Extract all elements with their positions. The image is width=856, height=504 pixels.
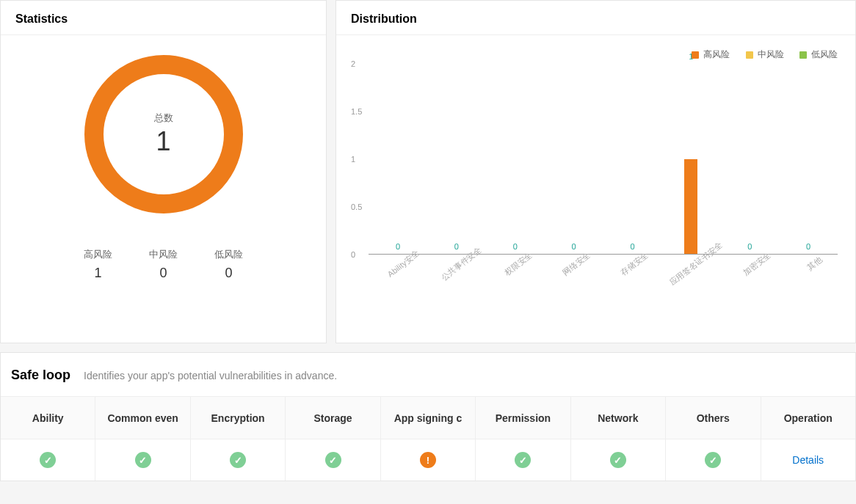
check-icon: ✓ [230,452,246,468]
safe-col-status: ✓ [95,439,189,481]
safe-col: Common even✓ [95,397,190,481]
safe-col-header: Common even [95,397,189,439]
safe-col-status: ✓ [191,439,285,481]
safe-col-operation: OperationDetails [761,397,855,481]
legend-swatch-low-icon [799,51,807,59]
safe-col-header: App signing c [381,397,475,439]
legend-low: 低风险 [799,48,838,61]
risk-mid-value: 0 [149,266,178,281]
risk-high-value: 1 [84,266,112,281]
safe-col-status: ✓ [1,439,95,481]
operation-header: Operation [761,397,855,439]
legend-mid: 中风险 [746,48,784,61]
bar-value-label: 0 [454,242,459,251]
bar-value-label: 0 [572,242,576,251]
bar-value-label: 0 [513,242,518,251]
bar-col-1: 0 [427,64,486,254]
safe-col: Others✓ [666,397,761,481]
bar-col-0: 0 [369,64,427,254]
warning-icon: ! [420,452,436,468]
bar [684,159,697,255]
safe-col: Ability✓ [1,397,95,481]
safe-col: Permission✓ [476,397,570,481]
legend-high: 高风险 [692,48,730,61]
safe-col-header: Network [571,397,665,439]
total-label: 总数 [154,112,173,125]
statistics-donut-chart: 总数 1 [79,50,248,219]
bar-value-label: 0 [747,242,752,251]
bar-value-label: 1 [689,52,693,61]
check-icon: ✓ [515,452,531,468]
check-icon: ✓ [40,452,56,468]
y-tick-1: 1 [351,155,355,164]
y-tick-1-5: 1.5 [351,107,362,116]
legend-high-label: 高风险 [703,48,730,61]
y-tick-0: 0 [351,250,355,259]
risk-breakdown: 高风险 1 中风险 0 低风险 0 [84,248,243,281]
y-tick-0-5: 0.5 [351,202,362,211]
safe-col-status: ✓ [286,439,380,481]
bar-col-4: 0 [603,64,662,254]
details-link[interactable]: Details [792,454,824,466]
bar-value-label: 0 [630,242,634,251]
safe-col-status: ! [381,439,475,481]
check-icon: ✓ [135,452,151,468]
legend-mid-label: 中风险 [758,48,784,61]
safe-col-status: ✓ [476,439,570,481]
risk-high-label: 高风险 [84,248,112,261]
safe-col: Encryption✓ [191,397,286,481]
safe-col-header: Ability [1,397,95,439]
safe-col: App signing c! [381,397,476,481]
risk-mid-label: 中风险 [149,248,178,261]
safe-col-header: Encryption [191,397,285,439]
bar-col-5: 1 [661,64,720,254]
safe-col-header: Others [666,397,760,439]
safe-col-status: ✓ [571,439,665,481]
safe-col: Network✓ [571,397,666,481]
legend-low-label: 低风险 [811,48,838,61]
statistics-panel: Statistics 总数 1 高风险 1 [0,0,327,343]
bar-col-7: 0 [779,64,838,254]
bar-value-label: 0 [806,242,810,251]
y-tick-2: 2 [351,59,355,68]
safe-col-header: Permission [476,397,570,439]
distribution-panel: Distribution 高风险 中风险 低风险 [335,0,856,343]
bar-col-6: 0 [720,64,779,254]
risk-low-label: 低风险 [214,248,243,261]
safe-col: Storage✓ [286,397,380,481]
safe-loop-panel: Safe loop Identifies your app's potentia… [0,352,856,481]
distribution-legend: 高风险 中风险 低风险 [351,43,841,64]
bar-col-3: 0 [545,64,603,254]
legend-swatch-mid-icon [746,51,753,59]
check-icon: ✓ [705,452,721,468]
safe-col-status: ✓ [666,439,760,481]
safe-loop-subtitle: Identifies your app's potential vulnerab… [84,370,337,381]
operation-cell: Details [761,439,855,481]
risk-low-value: 0 [214,266,243,281]
distribution-title: Distribution [336,1,855,35]
safe-loop-title: Safe loop [11,368,70,383]
total-value: 1 [156,126,170,157]
statistics-title: Statistics [1,1,326,35]
bar-col-2: 0 [486,64,545,254]
check-icon: ✓ [610,452,626,468]
bar-value-label: 0 [396,242,400,251]
check-icon: ✓ [325,452,341,468]
distribution-bar-chart: 0 0.5 1 1.5 2 00000100 Ability安全公共事件安全权限… [369,64,838,284]
safe-col-header: Storage [286,397,380,439]
